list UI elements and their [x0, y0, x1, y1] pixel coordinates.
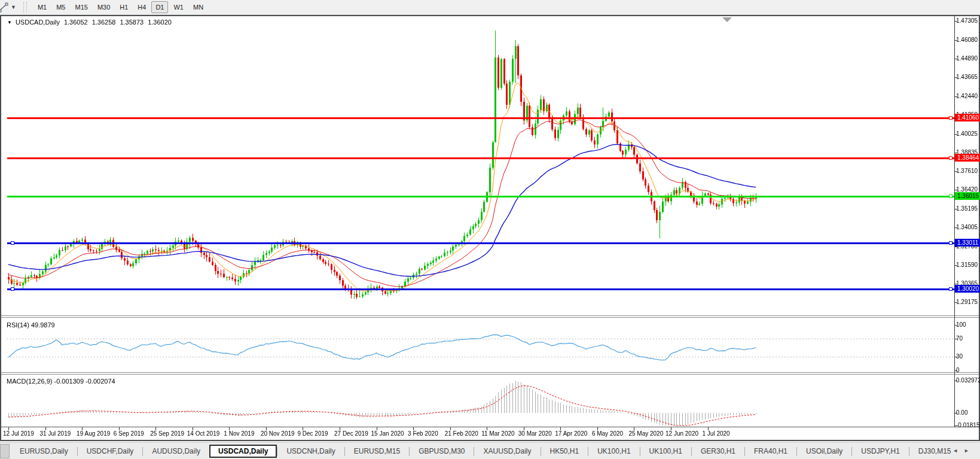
price-line-badge: 1.41060 — [955, 114, 980, 121]
chart-tab-gbpusd-m30[interactable]: GBPUSD,M30 — [410, 445, 474, 457]
chart-tab-eurusd-daily[interactable]: EURUSD,Daily — [11, 445, 77, 457]
tab-scroll-left-icon[interactable]: ◄ — [952, 448, 964, 454]
dropdown-caret-icon[interactable]: ▼ — [11, 4, 16, 10]
chart-tab-fra40-h1[interactable]: FRA40,H1 — [745, 445, 796, 457]
chart-tab-usdcnh-daily[interactable]: USDCNH,Daily — [277, 445, 344, 457]
price-axis-tick: 1.43665 — [956, 74, 980, 80]
ohlc-close: 1.36020 — [148, 19, 172, 26]
window-collapse-icon: ▼ — [7, 20, 12, 25]
rsi-axis-tick: 30 — [956, 353, 980, 360]
price-axis-tick: 1.31590 — [956, 262, 980, 268]
price-axis-tick: 1.40025 — [956, 130, 980, 137]
date-axis-label: 17 Apr 2020 — [555, 430, 587, 437]
timeframe-button-d1[interactable]: D1 — [151, 1, 168, 13]
chart-tab-uk100-h1[interactable]: UK100,H1 — [588, 445, 639, 457]
date-axis-label: 27 Dec 2019 — [334, 430, 368, 437]
chart-tabbar: EURUSD,DailyUSDCHF,DailyAUDUSD,DailyUSDC… — [0, 442, 980, 459]
timeframe-button-h4[interactable]: H4 — [133, 1, 150, 13]
price-line-badge: 1.33011 — [955, 239, 980, 247]
date-axis-label: 12 Jun 2020 — [665, 430, 698, 437]
ohlc-high: 1.36258 — [92, 19, 116, 26]
drawing-tool-icon[interactable] — [0, 2, 9, 13]
date-axis-label: 9 Dec 2019 — [297, 430, 328, 437]
rsi-axis-tick: 0 — [956, 367, 980, 373]
chart-tab-audusd-daily[interactable]: AUDUSD,Daily — [143, 445, 209, 457]
rsi-indicator-label: RSI(14) 49.9879 — [7, 321, 55, 329]
price-line-badge: 1.38464 — [955, 154, 980, 162]
date-axis-label: 30 Mar 2020 — [518, 430, 552, 437]
date-axis-label: 20 Nov 2019 — [261, 430, 295, 437]
date-axis-label: 6 May 2020 — [592, 430, 623, 437]
chart-tab-usdjpy-h1[interactable]: USDJPY,H1 — [852, 445, 908, 457]
chart-info-line: ▼USDCAD,Daily1.360521.362581.358731.3602… — [7, 19, 172, 26]
chart-tab-eurusd-m15[interactable]: EURUSD,M15 — [345, 445, 409, 457]
chart-tab-hk50-h1[interactable]: HK50,H1 — [541, 445, 588, 457]
chart-window: ▼USDCAD,Daily1.360521.362581.358731.3602… — [0, 15, 980, 441]
price-axis-tick: 1.44890 — [956, 55, 980, 62]
tabbar-corner — [0, 444, 10, 458]
price-line-badge: 1.30020 — [955, 285, 980, 293]
price-axis-tick: 1.37610 — [956, 168, 980, 174]
timeframe-button-m15[interactable]: M15 — [71, 1, 91, 13]
date-axis-label: 14 Oct 2019 — [187, 430, 219, 437]
timeframe-buttons: M1M5M15M30H1H4D1W1MN — [33, 1, 208, 13]
date-axis-label: 12 Jul 2019 — [3, 430, 34, 437]
timeframe-button-h1[interactable]: H1 — [115, 1, 132, 13]
chart-tab-usoil-daily[interactable]: USOil,Daily — [797, 445, 851, 457]
date-axis-label: 3 Feb 2020 — [408, 430, 438, 437]
price-axis-tick: 1.29175 — [956, 299, 980, 305]
chart-shift-marker[interactable] — [722, 17, 732, 22]
price-axis-tick: 1.34005 — [956, 224, 980, 230]
date-axis-label: 25 May 2020 — [628, 430, 663, 437]
date-axis-label: 1 Jul 2020 — [703, 430, 730, 437]
price-axis-tick: 1.35195 — [956, 205, 980, 212]
date-axis-label: 31 Jul 2019 — [40, 430, 71, 437]
rsi-axis-tick: 100 — [956, 321, 980, 328]
tab-scroll-right-icon[interactable]: ► — [964, 448, 975, 454]
ohlc-open: 1.36052 — [64, 19, 88, 26]
timeframe-toolbar: ▼ M1M5M15M30H1H4D1W1MN — [0, 0, 980, 15]
toolbar-grip — [23, 2, 27, 13]
timeframe-button-m5[interactable]: M5 — [52, 1, 69, 13]
macd-axis-tick: 0.032972 — [956, 377, 980, 384]
price-axis-tick: 1.47305 — [956, 17, 980, 24]
chart-symbol-period: USDCAD,Daily — [16, 19, 60, 26]
date-axis-label: 6 Sep 2019 — [114, 430, 144, 437]
chart-canvas[interactable] — [1, 16, 979, 440]
rsi-axis-tick: 70 — [956, 335, 980, 342]
date-axis-label: 21 Feb 2020 — [445, 430, 478, 437]
date-axis-label: 19 Aug 2019 — [77, 430, 110, 437]
timeframe-button-w1[interactable]: W1 — [169, 1, 188, 13]
macd-axis-tick: 0.00 — [956, 409, 980, 416]
price-line-badge: 1.36015 — [955, 192, 980, 200]
price-axis-tick: 1.46080 — [956, 37, 980, 43]
ohlc-low: 1.35873 — [120, 19, 144, 26]
chart-tab-usdchf-daily[interactable]: USDCHF,Daily — [78, 445, 143, 457]
chart-tab-ger30-h1[interactable]: GER30,H1 — [692, 445, 744, 457]
date-axis-label: 15 Jan 2020 — [371, 430, 404, 437]
date-axis-label: 11 Mar 2020 — [481, 430, 514, 437]
timeframe-button-mn[interactable]: MN — [189, 1, 207, 13]
chart-tab-uk100-h1[interactable]: UK100,H1 — [640, 445, 691, 457]
price-axis-tick: 1.42440 — [956, 93, 980, 99]
chart-tab-usdcad-daily[interactable]: USDCAD,Daily — [209, 445, 277, 458]
timeframe-button-m30[interactable]: M30 — [93, 1, 114, 13]
date-axis-label: 1 Nov 2019 — [224, 430, 254, 437]
macd-indicator-label: MACD(12,26,9) -0.001309 -0.002074 — [7, 378, 115, 385]
timeframe-button-m1[interactable]: M1 — [33, 1, 51, 13]
date-axis-label: 25 Sep 2019 — [150, 430, 184, 437]
chart-tab-xauusd-daily[interactable]: XAUUSD,Daily — [474, 445, 540, 457]
macd-axis-tick: -0.018154 — [956, 422, 980, 428]
